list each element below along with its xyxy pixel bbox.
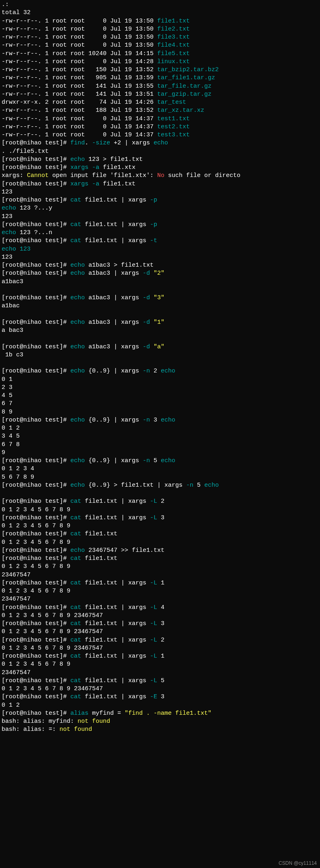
file-row: -rw-r--r--. 1 root root 0 Jul 19 14:37 t… [2,115,318,123]
output-line: a bac3 [2,327,318,335]
blank-line [2,359,318,367]
output-line: 23467547 [2,571,318,579]
command-line[interactable]: [root@nihao test]# xargs -a file1.xtx [2,164,318,172]
command-line[interactable]: [root@nihao test]# cat file1.txt | xargs… [2,514,318,522]
output-line: 123 [2,213,318,221]
command-line[interactable]: [root@nihao test]# cat file1.txt | xargs… [2,693,318,701]
output-line: 0 1 2 3 4 5 6 7 8 9 [2,522,318,530]
file-row: -rw-r--r--. 1 root root 0 Jul 19 13:50 f… [2,25,318,33]
command-line[interactable]: [root@nihao test]# echo {0..9} > file1.t… [2,481,318,490]
command-line[interactable]: [root@nihao test]# cat file1.txt | xargs… [2,604,318,612]
output-line: 0 1 2 3 4 5 6 7 8 9 [2,660,318,668]
command-line[interactable]: [root@nihao test]# cat file1.txt | xargs… [2,677,318,685]
command-line[interactable]: [root@nihao test]# echo a1bac3 | xargs -… [2,294,318,302]
output-line: 123 [2,188,318,196]
ls-header: .: [2,1,318,9]
command-line[interactable]: [root@nihao test]# echo 23467547 >> file… [2,547,318,555]
output-line: 0 1 2 [2,701,318,710]
output-line: 9 [2,449,318,457]
xargs-prompt: echo 123 ?...n [2,229,318,237]
file-row: -rw-r--r--. 1 root root 0 Jul 19 13:50 f… [2,41,318,49]
output-line: 0 1 2 3 4 5 6 7 8 9 23467547 [2,612,318,620]
output-line: 6 7 [2,400,318,408]
output-line: 1b c3 [2,351,318,359]
file-row: -rw-r--r--. 1 root root 0 Jul 19 14:37 t… [2,131,318,139]
command-line[interactable]: [root@nihao test]# cat file1.txt | xargs… [2,498,318,506]
command-line[interactable]: [root@nihao test]# cat file1.txt [2,555,318,563]
command-line[interactable]: [root@nihao test]# cat file1.txt | xargs… [2,620,318,628]
file-row: -rw-r--r--. 1 root root 905 Jul 19 13:59… [2,74,318,82]
file-row: -rw-r--r--. 1 root root 188 Jul 19 13:52… [2,107,318,115]
command-line[interactable]: [root@nihao test]# echo a1bac3 | xargs -… [2,343,318,351]
blank-line [2,335,318,343]
xargs-trace: echo 123 [2,245,318,253]
command-line[interactable]: [root@nihao test]# cat file1.txt | xargs… [2,196,318,204]
bash-error: bash: alias: myfind: not found [2,718,318,726]
output-line: 0 1 [2,376,318,384]
terminal-output[interactable]: .:total 32-rw-r--r--. 1 root root 0 Jul … [0,0,320,735]
ls-total: total 32 [2,9,318,17]
output-line: 2 3 [2,384,318,392]
command-line[interactable]: [root@nihao test]# cat file1.txt | xargs… [2,636,318,644]
blank-line [2,490,318,498]
file-row: -rw-r--r--. 1 root root 10240 Jul 19 14:… [2,50,318,58]
blank-line [2,311,318,319]
output-line: 0 1 2 3 4 5 6 7 8 9 23467547 [2,628,318,636]
output-line: 0 1 2 3 4 5 6 7 8 9 [2,506,318,514]
error-line: xargs: Cannot open input file 'file1.xtx… [2,172,318,180]
command-line[interactable]: [root@nihao test]# cat file1.txt [2,530,318,538]
command-line[interactable]: [root@nihao test]# alias myfind = "find … [2,710,318,718]
file-row: -rw-r--r--. 1 root root 0 Jul 19 13:50 f… [2,17,318,25]
output-line: 8 9 [2,408,318,416]
command-line[interactable]: [root@nihao test]# cat file1.txt | xargs… [2,221,318,229]
output-line: 23467547 [2,669,318,677]
output-line: 0 1 2 3 4 5 6 7 8 9 23467547 [2,644,318,652]
file-row: -rw-r--r--. 1 root root 0 Jul 19 13:50 f… [2,33,318,41]
output-line: 23467547 [2,595,318,603]
bash-error: bash: alias: =: not found [2,726,318,734]
command-line[interactable]: [root@nihao test]# find. -size +2 | xarg… [2,139,318,147]
output-line: 123 [2,253,318,261]
command-line[interactable]: [root@nihao test]# echo {0..9} | xargs -… [2,457,318,465]
output-line: a1bac [2,302,318,310]
command-line[interactable]: [root@nihao test]# echo 123 > file1.txt [2,156,318,164]
command-line[interactable]: [root@nihao test]# echo {0..9} | xargs -… [2,416,318,424]
output-line: 0 1 2 3 4 5 6 7 8 9 23467547 [2,685,318,693]
output-line: 0 1 2 3 4 5 6 7 8 9 [2,563,318,571]
output-line: 6 7 8 [2,441,318,449]
output-line: 0 1 2 3 4 5 6 7 8 9 [2,587,318,595]
file-row: -rw-r--r--. 1 root root 141 Jul 19 13:55… [2,82,318,91]
file-row: -rw-r--r--. 1 root root 0 Jul 19 14:28 l… [2,58,318,66]
command-line[interactable]: [root@nihao test]# cat file1.txt | xargs… [2,579,318,587]
command-line[interactable]: [root@nihao test]# xargs -a file1.txt [2,180,318,188]
output-line: a1bac3 [2,278,318,286]
xargs-prompt: echo 123 ?...y [2,204,318,212]
command-line[interactable]: [root@nihao test]# cat file1.txt | xargs… [2,652,318,660]
command-line[interactable]: [root@nihao test]# echo a1bac3 | xargs -… [2,269,318,278]
command-line[interactable]: [root@nihao test]# cat file1.txt | xargs… [2,237,318,245]
output-line: 4 5 [2,392,318,400]
file-row: -rw-r--r--. 1 root root 141 Jul 19 13:51… [2,91,318,99]
output-line: . ./file5.txt [2,148,318,156]
blank-line [2,286,318,294]
file-row: -rw-r--r--. 1 root root 0 Jul 19 14:37 t… [2,123,318,131]
output-line: 0 1 2 3 4 5 6 7 8 9 [2,539,318,547]
output-line: 3 4 5 [2,432,318,440]
output-line: 0 1 2 [2,424,318,432]
command-line[interactable]: [root@nihao test]# echo {0..9} | xargs -… [2,367,318,375]
command-line[interactable]: [root@nihao test]# echo a1bac3 > file1.t… [2,261,318,269]
output-line: 5 6 7 8 9 [2,473,318,481]
file-row: -rw-r--r--. 1 root root 150 Jul 19 13:52… [2,66,318,74]
file-row: drwxr-xr-x. 2 root root 74 Jul 19 14:26 … [2,99,318,107]
output-line: 0 1 2 3 4 [2,465,318,473]
command-line[interactable]: [root@nihao test]# echo a1bac3 | xargs -… [2,319,318,327]
